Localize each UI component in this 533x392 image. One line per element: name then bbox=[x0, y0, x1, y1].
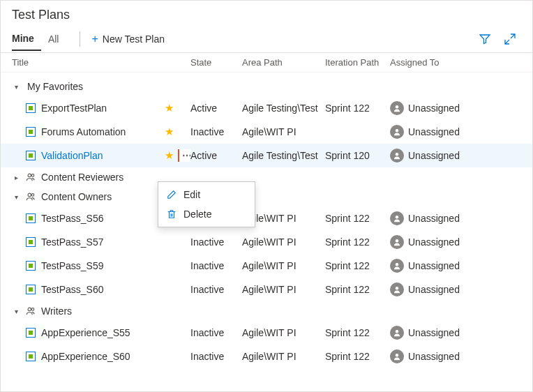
state-cell: Active bbox=[190, 103, 242, 114]
assigned-text: Unassigned bbox=[408, 284, 460, 295]
test-plan-row[interactable]: TestPass_S57InactiveAgile\WIT PISprint 1… bbox=[1, 230, 532, 254]
test-plan-row[interactable]: TestPass_S59InactiveAgile\WIT PISprint 1… bbox=[1, 254, 532, 278]
test-plan-row[interactable]: TestPass_S56InactiveAgile\WIT PISprint 1… bbox=[1, 206, 532, 230]
assigned-text: Unassigned bbox=[408, 213, 460, 224]
assigned-cell: Unassigned bbox=[390, 125, 521, 139]
assigned-cell: Unassigned bbox=[390, 259, 521, 273]
area-cell: Agile Testing\Test bbox=[242, 103, 325, 114]
svg-point-1 bbox=[396, 129, 399, 133]
test-plan-row[interactable]: AppExperience_S55InactiveAgile\WIT PISpr… bbox=[1, 321, 532, 345]
iteration-cell: Sprint 122 bbox=[325, 351, 390, 362]
tab-all[interactable]: All bbox=[48, 28, 66, 50]
test-plan-row[interactable]: AppExperience_S60InactiveAgile\WIT PISpr… bbox=[1, 345, 532, 368]
iteration-cell: Sprint 120 bbox=[325, 150, 390, 161]
tab-mine[interactable]: Mine bbox=[12, 27, 41, 51]
iteration-cell: Sprint 122 bbox=[325, 327, 390, 338]
test-plan-row[interactable]: ExportTestPlan★ActiveAgile Testing\TestS… bbox=[1, 96, 532, 120]
filter-button[interactable] bbox=[474, 28, 496, 50]
iteration-cell: Sprint 122 bbox=[325, 213, 390, 224]
area-cell: Agile\WIT PI bbox=[242, 327, 325, 338]
assigned-cell: Unassigned bbox=[390, 149, 521, 163]
chevron-icon: ▾ bbox=[15, 193, 22, 201]
area-cell: Agile\WIT PI bbox=[242, 351, 325, 362]
expand-button[interactable] bbox=[499, 28, 521, 50]
test-plan-icon bbox=[26, 213, 36, 223]
svg-point-7 bbox=[396, 216, 399, 219]
test-plan-row[interactable]: TestPass_S60InactiveAgile\WIT PISprint 1… bbox=[1, 278, 532, 301]
new-test-plan-button[interactable]: + New Test Plan bbox=[87, 30, 169, 48]
group-row[interactable]: ▾My Favorites bbox=[1, 77, 532, 96]
group-label: My Favorites bbox=[27, 81, 83, 92]
iteration-cell: Sprint 122 bbox=[325, 284, 390, 295]
col-state[interactable]: State bbox=[190, 57, 242, 68]
trash-icon bbox=[167, 209, 177, 219]
area-cell: Agile\WIT PI bbox=[242, 284, 325, 295]
state-cell: Inactive bbox=[190, 236, 242, 248]
page-title: Test Plans bbox=[1, 1, 532, 25]
state-cell: Inactive bbox=[190, 260, 242, 271]
assigned-text: Unassigned bbox=[408, 351, 460, 362]
area-cell: Agile\WIT PI bbox=[242, 260, 325, 271]
avatar-icon bbox=[390, 259, 404, 273]
new-test-plan-label: New Test Plan bbox=[103, 33, 165, 45]
star-icon[interactable]: ★ bbox=[165, 149, 174, 162]
avatar-icon bbox=[390, 149, 404, 163]
svg-point-9 bbox=[396, 263, 399, 266]
svg-point-11 bbox=[28, 308, 31, 310]
test-plan-icon bbox=[26, 103, 36, 113]
test-plans-list: ▾My FavoritesExportTestPlan★ActiveAgile … bbox=[1, 73, 532, 368]
group-label: Writers bbox=[41, 306, 72, 317]
state-cell: Inactive bbox=[190, 284, 242, 295]
state-cell: Inactive bbox=[190, 327, 242, 338]
chevron-icon: ▾ bbox=[15, 83, 22, 91]
test-plan-title: AppExperience_S55 bbox=[41, 327, 130, 338]
area-cell: Agile\WIT PI bbox=[242, 236, 325, 248]
svg-point-12 bbox=[31, 308, 34, 311]
test-plan-title: ExportTestPlan bbox=[41, 103, 107, 114]
test-plan-title: AppExperience_S60 bbox=[41, 351, 130, 362]
svg-point-10 bbox=[396, 287, 399, 290]
avatar-icon bbox=[390, 349, 404, 363]
assigned-cell: Unassigned bbox=[390, 235, 521, 249]
state-cell: Inactive bbox=[190, 351, 242, 362]
chevron-icon: ▾ bbox=[15, 308, 22, 315]
star-icon[interactable]: ★ bbox=[165, 126, 174, 138]
test-plan-icon bbox=[26, 261, 36, 271]
context-menu: Edit Delete bbox=[158, 181, 255, 227]
assigned-text: Unassigned bbox=[408, 327, 460, 338]
iteration-cell: Sprint 122 bbox=[325, 260, 390, 271]
avatar-icon bbox=[390, 125, 404, 139]
iteration-cell: Sprint 122 bbox=[325, 103, 390, 114]
test-plan-title: TestPass_S59 bbox=[41, 260, 104, 271]
chevron-icon: ▸ bbox=[15, 174, 22, 181]
group-row[interactable]: ▾Content Owners bbox=[1, 187, 532, 206]
test-plan-icon bbox=[26, 328, 36, 338]
star-icon[interactable]: ★ bbox=[165, 102, 174, 114]
col-area[interactable]: Area Path bbox=[242, 57, 325, 68]
state-cell: Inactive bbox=[190, 126, 242, 137]
separator bbox=[80, 31, 80, 47]
area-cell: Agile\WIT PI bbox=[242, 126, 325, 137]
assigned-cell: Unassigned bbox=[390, 211, 521, 225]
test-plan-icon bbox=[26, 151, 36, 160]
group-row[interactable]: ▾Writers bbox=[1, 301, 532, 321]
more-actions-button[interactable]: ⋯ bbox=[178, 149, 190, 162]
col-iter[interactable]: Iteration Path bbox=[325, 57, 390, 68]
svg-point-4 bbox=[31, 174, 34, 177]
assigned-text: Unassigned bbox=[408, 103, 460, 114]
context-delete[interactable]: Delete bbox=[158, 204, 255, 224]
test-plan-title: TestPass_S57 bbox=[41, 236, 104, 248]
svg-point-2 bbox=[396, 153, 399, 156]
people-icon bbox=[26, 172, 36, 182]
context-edit[interactable]: Edit bbox=[158, 185, 255, 204]
col-title[interactable]: Title bbox=[12, 57, 190, 68]
test-plan-row[interactable]: ValidationPlan★⋯ActiveAgile Testing\Test… bbox=[1, 144, 532, 167]
svg-point-13 bbox=[396, 330, 399, 333]
area-cell: Agile Testing\Test bbox=[242, 150, 325, 161]
col-assigned[interactable]: Assigned To bbox=[390, 57, 521, 68]
context-edit-label: Edit bbox=[183, 189, 200, 200]
test-plan-title: ValidationPlan bbox=[41, 150, 103, 161]
group-row[interactable]: ▸Content Reviewers bbox=[1, 167, 532, 187]
toolbar: Mine All + New Test Plan bbox=[1, 25, 532, 53]
test-plan-row[interactable]: Forums Automation★InactiveAgile\WIT PIUn… bbox=[1, 120, 532, 144]
